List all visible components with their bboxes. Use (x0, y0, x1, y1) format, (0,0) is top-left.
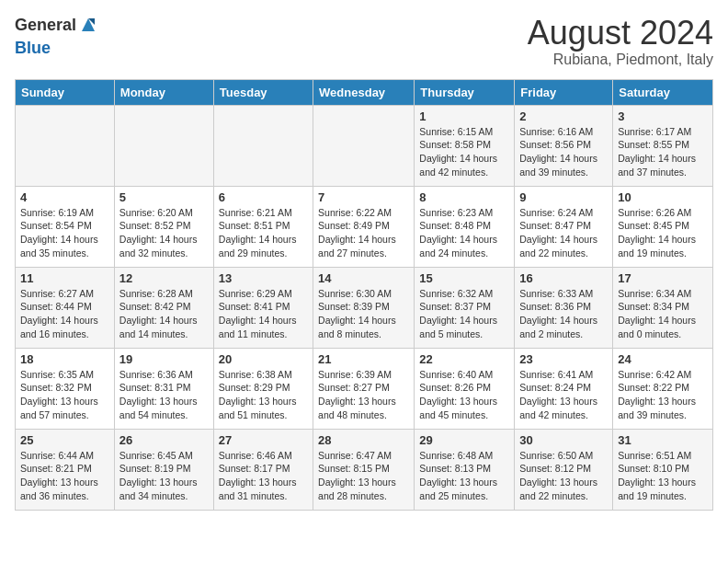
day-number: 15 (419, 271, 509, 285)
calendar-cell: 13Sunrise: 6:29 AM Sunset: 8:41 PM Dayli… (213, 267, 313, 348)
day-number: 19 (119, 352, 209, 366)
day-number: 5 (119, 190, 209, 204)
day-number: 17 (618, 271, 708, 285)
day-number: 31 (618, 433, 708, 447)
day-info: Sunrise: 6:47 AM Sunset: 8:15 PM Dayligh… (318, 449, 409, 503)
calendar-cell: 1Sunrise: 6:15 AM Sunset: 8:58 PM Daylig… (415, 105, 515, 186)
calendar-cell: 23Sunrise: 6:41 AM Sunset: 8:24 PM Dayli… (515, 348, 613, 429)
day-info: Sunrise: 6:45 AM Sunset: 8:19 PM Dayligh… (119, 449, 209, 503)
day-number: 10 (618, 190, 708, 204)
header-day-tuesday: Tuesday (213, 79, 313, 105)
calendar-cell: 30Sunrise: 6:50 AM Sunset: 8:12 PM Dayli… (515, 429, 613, 510)
calendar-cell (114, 105, 213, 186)
day-number: 6 (219, 190, 308, 204)
day-number: 20 (219, 352, 308, 366)
day-info: Sunrise: 6:32 AM Sunset: 8:37 PM Dayligh… (419, 287, 509, 341)
day-number: 27 (219, 433, 308, 447)
day-info: Sunrise: 6:17 AM Sunset: 8:55 PM Dayligh… (618, 125, 708, 179)
day-info: Sunrise: 6:15 AM Sunset: 8:58 PM Dayligh… (419, 125, 509, 179)
day-info: Sunrise: 6:22 AM Sunset: 8:49 PM Dayligh… (318, 206, 409, 260)
day-info: Sunrise: 6:36 AM Sunset: 8:31 PM Dayligh… (119, 368, 209, 422)
day-number: 18 (20, 352, 109, 366)
title-block: August 2024 Rubiana, Piedmont, Italy (528, 15, 713, 68)
week-row-3: 11Sunrise: 6:27 AM Sunset: 8:44 PM Dayli… (16, 267, 713, 348)
day-number: 30 (519, 433, 608, 447)
week-row-4: 18Sunrise: 6:35 AM Sunset: 8:32 PM Dayli… (16, 348, 713, 429)
location-subtitle: Rubiana, Piedmont, Italy (528, 52, 713, 68)
calendar-cell: 7Sunrise: 6:22 AM Sunset: 8:49 PM Daylig… (313, 186, 415, 267)
day-number: 12 (119, 271, 209, 285)
header-day-wednesday: Wednesday (313, 79, 415, 105)
day-info: Sunrise: 6:44 AM Sunset: 8:21 PM Dayligh… (20, 449, 109, 503)
calendar-cell (213, 105, 313, 186)
day-number: 13 (219, 271, 308, 285)
calendar-cell: 3Sunrise: 6:17 AM Sunset: 8:55 PM Daylig… (613, 105, 713, 186)
day-number: 7 (318, 190, 409, 204)
day-info: Sunrise: 6:30 AM Sunset: 8:39 PM Dayligh… (318, 287, 409, 341)
day-number: 28 (318, 433, 409, 447)
header-day-monday: Monday (114, 79, 213, 105)
calendar-cell: 25Sunrise: 6:44 AM Sunset: 8:21 PM Dayli… (16, 429, 115, 510)
header-day-friday: Friday (515, 79, 613, 105)
calendar-cell: 24Sunrise: 6:42 AM Sunset: 8:22 PM Dayli… (613, 348, 713, 429)
calendar-cell: 18Sunrise: 6:35 AM Sunset: 8:32 PM Dayli… (16, 348, 115, 429)
calendar-cell (16, 105, 115, 186)
calendar-cell: 4Sunrise: 6:19 AM Sunset: 8:54 PM Daylig… (16, 186, 115, 267)
day-number: 29 (419, 433, 509, 447)
week-row-2: 4Sunrise: 6:19 AM Sunset: 8:54 PM Daylig… (16, 186, 713, 267)
calendar-cell: 11Sunrise: 6:27 AM Sunset: 8:44 PM Dayli… (16, 267, 115, 348)
day-number: 25 (20, 433, 109, 447)
week-row-5: 25Sunrise: 6:44 AM Sunset: 8:21 PM Dayli… (16, 429, 713, 510)
day-info: Sunrise: 6:50 AM Sunset: 8:12 PM Dayligh… (519, 449, 608, 503)
day-number: 21 (318, 352, 409, 366)
day-number: 8 (419, 190, 509, 204)
calendar-cell: 22Sunrise: 6:40 AM Sunset: 8:26 PM Dayli… (415, 348, 515, 429)
day-info: Sunrise: 6:24 AM Sunset: 8:47 PM Dayligh… (519, 206, 608, 260)
header-day-saturday: Saturday (613, 79, 713, 105)
calendar-cell: 27Sunrise: 6:46 AM Sunset: 8:17 PM Dayli… (213, 429, 313, 510)
header-row: SundayMondayTuesdayWednesdayThursdayFrid… (16, 79, 713, 105)
calendar-cell: 16Sunrise: 6:33 AM Sunset: 8:36 PM Dayli… (515, 267, 613, 348)
calendar-table: SundayMondayTuesdayWednesdayThursdayFrid… (15, 79, 713, 511)
day-number: 24 (618, 352, 708, 366)
day-info: Sunrise: 6:26 AM Sunset: 8:45 PM Dayligh… (618, 206, 708, 260)
day-info: Sunrise: 6:40 AM Sunset: 8:26 PM Dayligh… (419, 368, 509, 422)
day-info: Sunrise: 6:27 AM Sunset: 8:44 PM Dayligh… (20, 287, 109, 341)
day-info: Sunrise: 6:19 AM Sunset: 8:54 PM Dayligh… (20, 206, 109, 260)
day-number: 26 (119, 433, 209, 447)
logo-text-general: General (15, 16, 76, 34)
calendar-cell (313, 105, 415, 186)
logo-icon (78, 15, 98, 39)
day-info: Sunrise: 6:28 AM Sunset: 8:42 PM Dayligh… (119, 287, 209, 341)
day-info: Sunrise: 6:35 AM Sunset: 8:32 PM Dayligh… (20, 368, 109, 422)
day-info: Sunrise: 6:51 AM Sunset: 8:10 PM Dayligh… (618, 449, 708, 503)
calendar-cell: 20Sunrise: 6:38 AM Sunset: 8:29 PM Dayli… (213, 348, 313, 429)
header-day-thursday: Thursday (415, 79, 515, 105)
calendar-cell: 21Sunrise: 6:39 AM Sunset: 8:27 PM Dayli… (313, 348, 415, 429)
day-info: Sunrise: 6:42 AM Sunset: 8:22 PM Dayligh… (618, 368, 708, 422)
day-info: Sunrise: 6:48 AM Sunset: 8:13 PM Dayligh… (419, 449, 509, 503)
page-header: General Blue August 2024 Rubiana, Piedmo… (15, 15, 713, 68)
day-info: Sunrise: 6:23 AM Sunset: 8:48 PM Dayligh… (419, 206, 509, 260)
day-number: 4 (20, 190, 109, 204)
header-day-sunday: Sunday (16, 79, 115, 105)
calendar-cell: 6Sunrise: 6:21 AM Sunset: 8:51 PM Daylig… (213, 186, 313, 267)
day-number: 9 (519, 190, 608, 204)
day-info: Sunrise: 6:39 AM Sunset: 8:27 PM Dayligh… (318, 368, 409, 422)
calendar-cell: 17Sunrise: 6:34 AM Sunset: 8:34 PM Dayli… (613, 267, 713, 348)
day-number: 11 (20, 271, 109, 285)
day-info: Sunrise: 6:33 AM Sunset: 8:36 PM Dayligh… (519, 287, 608, 341)
calendar-cell: 8Sunrise: 6:23 AM Sunset: 8:48 PM Daylig… (415, 186, 515, 267)
week-row-1: 1Sunrise: 6:15 AM Sunset: 8:58 PM Daylig… (16, 105, 713, 186)
day-info: Sunrise: 6:38 AM Sunset: 8:29 PM Dayligh… (219, 368, 308, 422)
calendar-cell: 10Sunrise: 6:26 AM Sunset: 8:45 PM Dayli… (613, 186, 713, 267)
day-info: Sunrise: 6:46 AM Sunset: 8:17 PM Dayligh… (219, 449, 308, 503)
day-info: Sunrise: 6:34 AM Sunset: 8:34 PM Dayligh… (618, 287, 708, 341)
calendar-cell: 2Sunrise: 6:16 AM Sunset: 8:56 PM Daylig… (515, 105, 613, 186)
day-info: Sunrise: 6:29 AM Sunset: 8:41 PM Dayligh… (219, 287, 308, 341)
calendar-body: 1Sunrise: 6:15 AM Sunset: 8:58 PM Daylig… (16, 105, 713, 510)
logo-text-blue: Blue (15, 39, 51, 57)
day-info: Sunrise: 6:16 AM Sunset: 8:56 PM Dayligh… (519, 125, 608, 179)
calendar-cell: 9Sunrise: 6:24 AM Sunset: 8:47 PM Daylig… (515, 186, 613, 267)
day-number: 14 (318, 271, 409, 285)
